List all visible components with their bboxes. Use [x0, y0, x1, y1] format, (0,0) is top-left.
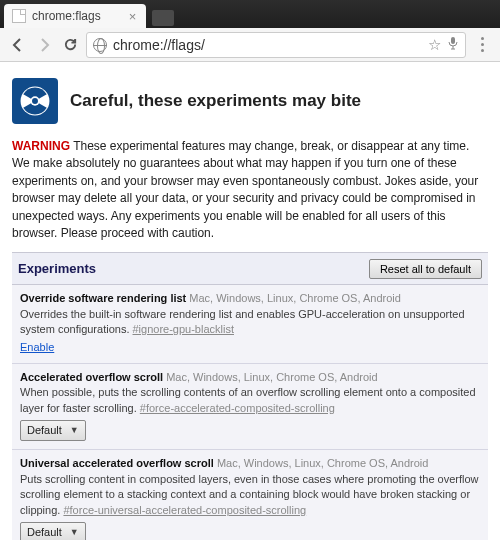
warning-paragraph: WARNING These experimental features may …	[12, 138, 488, 242]
star-icon[interactable]: ☆	[428, 36, 441, 54]
experiment-select[interactable]: Default	[20, 522, 86, 540]
experiment-item: Override software rendering list Mac, Wi…	[12, 285, 488, 364]
experiments-list: Override software rendering list Mac, Wi…	[12, 285, 488, 540]
reset-all-button[interactable]: Reset all to default	[369, 259, 482, 279]
experiments-panel: Experiments Reset all to default Overrid…	[12, 252, 488, 540]
experiment-hash-link[interactable]: #ignore-gpu-blacklist	[133, 323, 235, 335]
omnibox-url: chrome://flags/	[113, 37, 422, 53]
toolbar: chrome://flags/ ☆	[0, 28, 500, 62]
warning-text: These experimental features may change, …	[12, 139, 478, 240]
forward-button[interactable]	[34, 35, 54, 55]
omnibox[interactable]: chrome://flags/ ☆	[86, 32, 466, 58]
experiments-title: Experiments	[18, 261, 96, 276]
menu-button[interactable]	[472, 37, 492, 52]
browser-tab[interactable]: chrome:flags ×	[4, 4, 146, 28]
experiments-header: Experiments Reset all to default	[12, 253, 488, 285]
experiment-platforms: Mac, Windows, Linux, Chrome OS, Android	[189, 292, 401, 304]
experiment-platforms: Mac, Windows, Linux, Chrome OS, Android	[166, 371, 378, 383]
experiment-hash-link[interactable]: #force-universal-accelerated-composited-…	[63, 504, 306, 516]
svg-point-3	[32, 98, 38, 104]
experiment-enable-link[interactable]: Enable	[20, 340, 54, 355]
experiment-item: Universal accelerated overflow scroll Ma…	[12, 450, 488, 540]
back-button[interactable]	[8, 35, 28, 55]
tab-favicon	[12, 9, 26, 23]
page-header: Careful, these experiments may bite	[12, 72, 488, 138]
experiment-title: Accelerated overflow scroll	[20, 371, 163, 383]
page-body: Careful, these experiments may bite WARN…	[0, 62, 500, 540]
experiment-title: Universal accelerated overflow scroll	[20, 457, 214, 469]
experiment-item: Accelerated overflow scroll Mac, Windows…	[12, 364, 488, 451]
reload-button[interactable]	[60, 35, 80, 55]
svg-rect-0	[451, 37, 455, 44]
experiment-description: Overrides the built-in software renderin…	[20, 308, 465, 335]
page-title: Careful, these experiments may bite	[70, 91, 361, 111]
warning-label: WARNING	[12, 139, 70, 153]
radiation-icon	[12, 78, 58, 124]
experiment-hash-link[interactable]: #force-accelerated-composited-scrolling	[140, 402, 335, 414]
tab-strip: chrome:flags ×	[0, 0, 500, 28]
new-tab-button[interactable]	[152, 10, 174, 26]
experiment-platforms: Mac, Windows, Linux, Chrome OS, Android	[217, 457, 429, 469]
experiment-select[interactable]: Default	[20, 420, 86, 441]
tab-title: chrome:flags	[32, 9, 101, 23]
tab-close-icon[interactable]: ×	[129, 9, 137, 24]
mic-icon[interactable]	[447, 36, 459, 53]
experiment-title: Override software rendering list	[20, 292, 186, 304]
globe-icon	[93, 38, 107, 52]
